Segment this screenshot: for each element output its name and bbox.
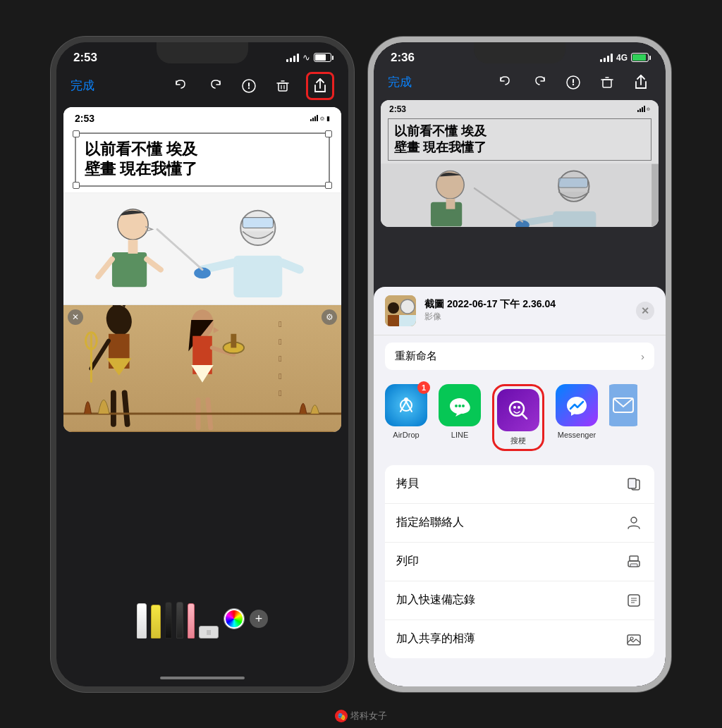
phone-1-screen: 2:53 ∿ 完成 xyxy=(56,42,348,686)
pen-pink[interactable] xyxy=(188,603,195,638)
assign-contact-label: 指定給聯絡人 xyxy=(396,515,464,530)
redo-icon-2[interactable] xyxy=(529,72,550,93)
share-sheet: 截圖 2022-06-17 下午 2.36.04 影像 ✕ 重新命名 › 1 xyxy=(374,287,666,686)
svg-point-2 xyxy=(248,87,250,88)
copy-icon xyxy=(625,475,643,493)
app-item-mail[interactable] xyxy=(609,384,637,451)
preview-status-icons-1: ⌾ ▮ xyxy=(310,114,330,122)
svg-point-45 xyxy=(573,83,574,85)
undo-icon-1[interactable] xyxy=(171,75,192,97)
pen-dark[interactable] xyxy=(165,602,172,638)
svg-rect-49 xyxy=(381,164,659,227)
rename-chevron-icon: › xyxy=(641,350,644,362)
action-copy[interactable]: 拷貝 xyxy=(385,465,654,504)
resize-handle-br[interactable] xyxy=(325,182,332,189)
svg-rect-54 xyxy=(558,178,587,188)
meme-text-box-1: 以前看不懂 埃及 壁畫 現在我懂了 xyxy=(75,132,330,187)
toolbar-1: 完成 xyxy=(56,68,348,104)
preview-status-bar-1: 2:53 ⌾ ▮ xyxy=(63,107,341,127)
marker-white[interactable] xyxy=(137,603,147,638)
undo-icon-2[interactable] xyxy=(495,72,516,93)
signal-icon-1 xyxy=(286,54,299,62)
resize-handle-tr[interactable] xyxy=(325,130,332,137)
action-print[interactable]: 列印 xyxy=(385,543,654,581)
airdrop-label: AirDrop xyxy=(393,431,419,439)
quick-note-label: 加入快速備忘錄 xyxy=(396,593,475,607)
trash-icon-1[interactable] xyxy=(272,75,293,97)
meme-text-line1-2: 以前看不懂 埃及 xyxy=(394,123,645,140)
app-icons-row: 1 AirDrop xyxy=(374,377,666,458)
svg-point-77 xyxy=(631,517,637,523)
meme-text-line2-1: 壁畫 現在我懂了 xyxy=(85,159,320,180)
svg-rect-3 xyxy=(279,83,287,91)
meme-text-line1-1: 以前看不懂 埃及 xyxy=(85,140,320,160)
signal-icon-2 xyxy=(600,54,613,62)
share-header: 截圖 2022-06-17 下午 2.36.04 影像 ✕ xyxy=(374,287,666,335)
watermark-icon: 🎭 xyxy=(335,710,348,722)
resize-handle-tl[interactable] xyxy=(73,130,80,137)
svg-rect-10 xyxy=(112,252,147,287)
phones-container: 2:53 ∿ 完成 xyxy=(51,37,671,692)
toolbar-2: 完成 xyxy=(374,68,666,97)
print-label: 列印 xyxy=(396,554,419,569)
markup-icon-2[interactable] xyxy=(563,72,584,93)
resize-handle-bl[interactable] xyxy=(73,182,80,189)
ruler-tool[interactable]: ||| xyxy=(199,626,219,638)
svg-rect-59 xyxy=(651,164,659,227)
phone-1: 2:53 ∿ 完成 xyxy=(51,37,354,692)
meme-text-box-2: 以前看不懂 埃及 壁畫 現在我懂了 xyxy=(388,118,651,161)
action-quick-note[interactable]: 加入快速備忘錄 xyxy=(385,581,654,620)
share-subtitle: 影像 xyxy=(424,311,636,323)
drawing-toolbar-1: ||| + xyxy=(56,594,348,644)
shared-album-label: 加入共享的相薄 xyxy=(396,631,475,646)
close-overlay-1[interactable]: ✕ xyxy=(68,309,83,325)
svg-text:𓆣: 𓆣 xyxy=(279,336,281,346)
redo-icon-1[interactable] xyxy=(204,75,226,97)
svg-rect-36 xyxy=(231,333,236,347)
color-picker-1[interactable] xyxy=(224,609,244,629)
app-item-meme[interactable]: 搜梗 xyxy=(492,384,544,451)
app-item-airdrop[interactable]: 1 AirDrop xyxy=(385,384,427,451)
done-button-1[interactable]: 完成 xyxy=(71,78,94,94)
action-list: 拷貝 指定給聯絡人 xyxy=(385,465,654,658)
messenger-label: Messenger xyxy=(558,431,596,439)
share-close-button[interactable]: ✕ xyxy=(636,302,654,320)
settings-overlay-1[interactable]: ⚙ xyxy=(322,309,337,325)
svg-rect-55 xyxy=(553,211,596,227)
airdrop-icon: 1 xyxy=(385,384,427,426)
marker-yellow[interactable] xyxy=(151,605,161,638)
shared-album-icon xyxy=(625,630,643,648)
svg-point-63 xyxy=(400,300,415,314)
airdrop-badge: 1 xyxy=(417,381,430,394)
share-button-highlight-1 xyxy=(306,72,334,100)
svg-rect-80 xyxy=(630,564,637,567)
app-item-line[interactable]: LINE xyxy=(439,384,481,451)
copy-label: 拷貝 xyxy=(396,476,419,491)
share-icon-2[interactable] xyxy=(630,72,651,93)
meme-text-line2-2: 壁畫 現在我懂了 xyxy=(394,140,645,156)
trash-icon-2[interactable] xyxy=(596,72,618,93)
svg-rect-52 xyxy=(446,199,455,209)
svg-text:𓈖: 𓈖 xyxy=(279,388,281,398)
screenshot-preview-1: 2:53 ⌾ ▮ 以前看不懂 埃及 壁畫 xyxy=(63,107,341,432)
svg-rect-78 xyxy=(630,556,638,561)
share-info: 截圖 2022-06-17 下午 2.36.04 影像 xyxy=(424,298,636,323)
print-icon xyxy=(625,553,643,571)
add-tool-button-1[interactable]: + xyxy=(250,610,268,628)
app-item-messenger[interactable]: Messenger xyxy=(556,384,598,451)
done-button-2[interactable]: 完成 xyxy=(388,74,412,90)
time-1: 2:53 xyxy=(73,51,97,65)
rename-button[interactable]: 重新命名 › xyxy=(385,343,654,370)
markup-icon-1[interactable] xyxy=(238,75,259,97)
svg-text:𓃀: 𓃀 xyxy=(279,354,281,364)
mini-signal-1 xyxy=(310,115,318,121)
action-assign-contact[interactable]: 指定給聯絡人 xyxy=(385,504,654,543)
svg-rect-46 xyxy=(603,80,611,87)
action-shared-album[interactable]: 加入共享的相薄 xyxy=(385,620,654,658)
meme-label: 搜梗 xyxy=(510,436,526,446)
svg-point-86 xyxy=(630,637,633,640)
svg-text:𓅓: 𓅓 xyxy=(279,371,281,381)
svg-line-71 xyxy=(522,414,527,419)
share-icon-1[interactable] xyxy=(310,75,331,97)
pen-dark2[interactable] xyxy=(176,602,183,638)
